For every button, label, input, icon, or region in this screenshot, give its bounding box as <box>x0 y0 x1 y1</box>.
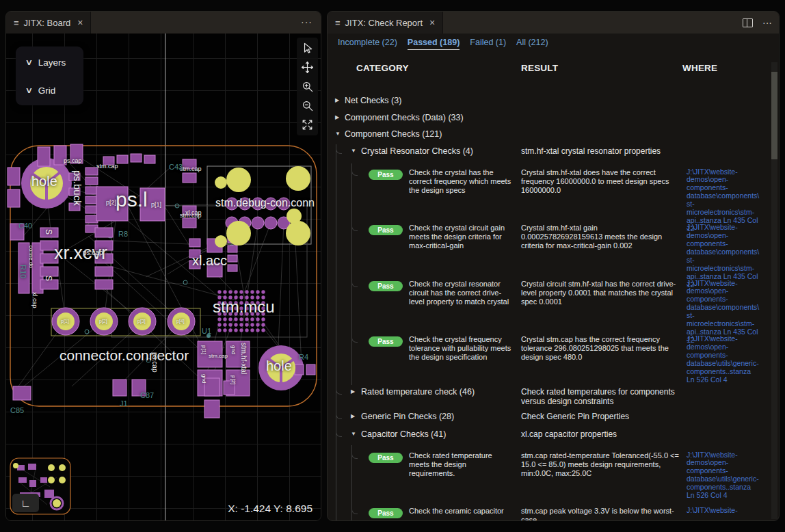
board-label: C43 <box>169 163 183 171</box>
check-row: Pass Check the ceramic capacitor stm.cap… <box>328 502 768 520</box>
board-label: stm.cap <box>96 163 118 170</box>
zoom-out-tool-icon <box>301 99 314 112</box>
board-label: ps.cap <box>151 352 158 372</box>
board-label: xl.acc <box>192 254 227 267</box>
board-panel: ≡ JITX: Board × ··· <box>5 11 321 521</box>
check-result: stm.cap peak voltage 3.3V is below the w… <box>521 507 680 520</box>
board-label: hole <box>31 174 57 188</box>
board-label: p[1] <box>201 345 207 354</box>
board-label: conne.do <box>28 245 34 268</box>
board-label: xl.cap <box>185 210 202 216</box>
column-where: WHERE <box>682 63 717 73</box>
tab-jitx-check-report[interactable]: ≡ JITX: Check Report × <box>328 12 443 34</box>
tree-twisty-icon[interactable]: ▶ <box>335 97 339 103</box>
tree-twisty-icon[interactable]: ▼ <box>335 131 341 137</box>
scrollbar-track[interactable] <box>771 62 777 519</box>
column-headers: CATEGORY RESULT WHERE <box>328 63 779 77</box>
source-link[interactable]: J:\JITX\website- <box>687 507 760 515</box>
board-label: U1 <box>202 328 211 335</box>
check-category: Check the ceramic capacitor <box>409 507 513 516</box>
source-link[interactable]: J:\JITX\website-demos\open-components-da… <box>687 451 760 501</box>
tree-twisty-icon[interactable]: ▼ <box>351 148 356 154</box>
board-label: S <box>44 229 53 235</box>
group-label: Crystal Resonator Checks (4) <box>361 146 473 156</box>
check-report-panel: ≡ JITX: Check Report × ··· Incomplete (2… <box>327 11 780 521</box>
filter-tab[interactable]: Failed (1) <box>470 38 506 50</box>
check-row: Pass Check the crystal has the correct f… <box>328 163 768 220</box>
board-label: p[1] <box>61 319 69 323</box>
board-label: stm.debug-con.conn <box>215 198 315 209</box>
filter-tab[interactable]: Passed (189) <box>408 38 460 50</box>
board-tabbar: ≡ JITX: Board × ··· <box>6 12 321 34</box>
more-actions-icon[interactable]: ··· <box>301 17 312 27</box>
cursor-coordinates: X: -1.424 Y: 8.695 <box>228 503 312 515</box>
board-toolbar <box>297 38 318 135</box>
check-group-row[interactable]: ▼ Crystal Resonator Checks (4) stm.hf-xt… <box>328 146 768 163</box>
check-result: Crystal stm.cap has the correct frequenc… <box>521 335 680 362</box>
group-label: Component Checks (121) <box>345 129 442 139</box>
close-tab-icon[interactable]: × <box>77 17 83 28</box>
filter-tab[interactable]: Incomplete (22) <box>338 38 397 50</box>
tab-jitx-board[interactable]: ≡ JITX: Board × <box>6 12 91 34</box>
minimap[interactable]: ∟ <box>9 457 74 516</box>
group-result: stm.hf-xtal crystal resonator properties <box>521 146 680 156</box>
scrollbar-thumb[interactable] <box>771 72 777 159</box>
select-tool[interactable] <box>298 39 317 57</box>
board-canvas[interactable]: holeps.lp[2]p[1]stm.debug-con.connxr.xcv… <box>6 34 321 520</box>
check-category: Check the crystal has the correct freque… <box>409 168 513 196</box>
zoom-in-tool[interactable] <box>298 77 317 96</box>
tab-title: JITX: Board <box>24 18 71 28</box>
group-result: xl.cap capacitor properties <box>521 429 680 439</box>
board-label: ps.cap <box>64 158 82 164</box>
split-editor-icon[interactable] <box>743 18 753 27</box>
board-label: connector.connector <box>59 348 189 362</box>
check-group-row[interactable]: ▼ Component Checks (121) <box>328 129 768 146</box>
status-badge: Pass <box>369 281 403 291</box>
board-label: p[3] <box>137 319 146 323</box>
grid-toggle[interactable]: ∨ Grid <box>26 83 83 98</box>
more-actions-icon[interactable]: ··· <box>762 17 772 28</box>
check-group-row[interactable]: ▶ Rated temperature check (46) Check rat… <box>328 386 768 411</box>
board-label: C40 <box>18 222 32 230</box>
group-result: Check rated temperatures for components … <box>521 387 680 407</box>
check-category: Check the crystal frequency tolerance wi… <box>409 335 513 362</box>
board-label: p[2] <box>106 200 116 206</box>
group-label: Capacitor Checks (41) <box>361 429 446 439</box>
check-group-row[interactable]: ▶ Net Checks (3) <box>328 95 768 112</box>
layers-toggle[interactable]: ∨ Layers <box>26 55 83 70</box>
check-row: Pass Check the crystal frequency toleran… <box>328 330 768 386</box>
board-label: gnd <box>230 345 236 354</box>
tree-twisty-icon[interactable]: ▶ <box>351 413 355 419</box>
board-label: stm.cap <box>209 354 228 359</box>
board-label: ps.buck <box>72 170 83 206</box>
tree-twisty-icon[interactable]: ▼ <box>351 431 356 437</box>
corner-icon: ∟ <box>21 497 31 509</box>
select-tool-icon <box>301 42 314 55</box>
source-link[interactable]: J:\JITX\website-demos\open-components-da… <box>687 335 760 384</box>
filter-tab[interactable]: All (212) <box>516 38 548 50</box>
board-label: xl.cap <box>31 292 38 308</box>
zoom-fit-tool[interactable] <box>298 116 317 134</box>
check-group-row[interactable]: ▶ Generic Pin Checks (28) Check Generic … <box>328 411 768 429</box>
check-group-row[interactable]: ▶ Component Checks (Data) (33) <box>328 112 768 129</box>
origin-corner-button[interactable]: ∟ <box>12 494 39 512</box>
tree-twisty-icon[interactable]: ▶ <box>335 114 339 120</box>
check-row: Pass Check rated temperature meets the d… <box>328 447 768 503</box>
check-row: Pass Check the crystal resonator circuit… <box>328 275 768 331</box>
board-label: C85 <box>10 407 24 414</box>
column-result: RESULT <box>521 63 558 73</box>
check-result: Crystal stm.hf-xtal gain 0.0002578269281… <box>521 224 680 251</box>
board-label: stm.mcu <box>213 299 275 315</box>
check-group-row[interactable]: ▼ Capacitor Checks (41) xl.cap capacitor… <box>328 429 768 447</box>
chevron-down-icon: ∨ <box>25 57 33 67</box>
board-label: ps.cap <box>83 250 103 256</box>
board-label: J1 <box>120 400 128 408</box>
zoom-out-tool[interactable] <box>298 96 317 115</box>
pan-tool-icon <box>301 61 314 74</box>
close-tab-icon[interactable]: × <box>429 17 435 28</box>
layers-label: Layers <box>38 57 66 68</box>
board-label: gnd <box>201 374 207 383</box>
pan-tool[interactable] <box>298 58 317 77</box>
tree-twisty-icon[interactable]: ▶ <box>351 388 355 395</box>
status-badge: Pass <box>369 508 403 518</box>
